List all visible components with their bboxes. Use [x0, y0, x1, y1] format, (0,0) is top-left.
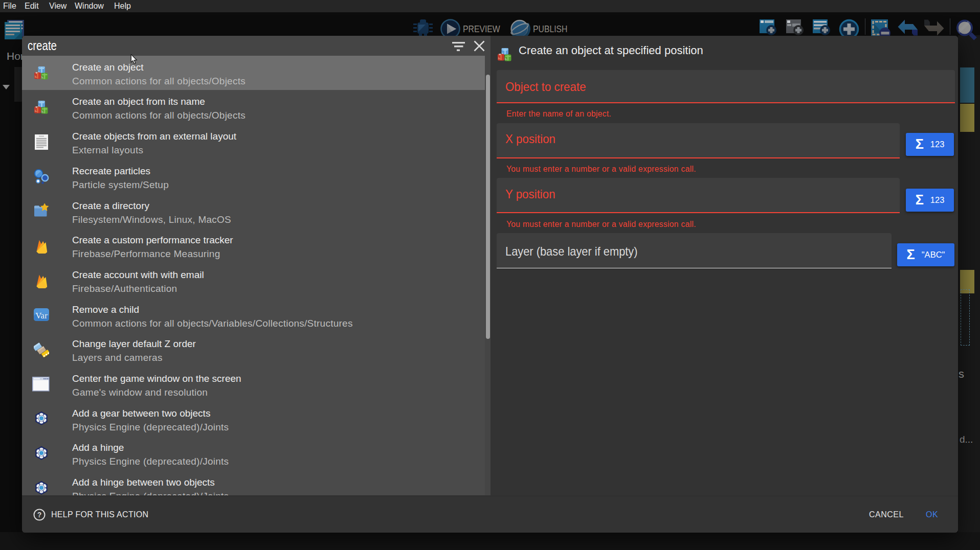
svg-text:?: ? — [37, 511, 42, 519]
